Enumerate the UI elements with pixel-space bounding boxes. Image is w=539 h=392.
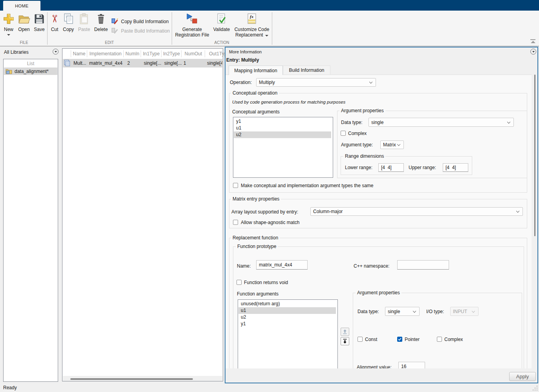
matrix-entry-properties-label: Matrix entry properties bbox=[231, 196, 281, 202]
move-down-button[interactable] bbox=[341, 337, 349, 345]
cell-numout: 1 bbox=[183, 59, 195, 67]
column-header-implementation[interactable]: Implementation bbox=[87, 49, 124, 58]
argument-type-dropdown[interactable]: Matrix bbox=[380, 140, 404, 149]
list-item[interactable]: y1 bbox=[234, 118, 331, 125]
column-header-in2type[interactable]: In2Type bbox=[161, 49, 182, 58]
namespace-field[interactable] bbox=[397, 260, 449, 270]
conceptual-complex-label: Complex bbox=[348, 131, 367, 136]
paste-button[interactable]: Paste bbox=[77, 13, 91, 41]
alignment-value-field[interactable]: 16 bbox=[398, 362, 425, 368]
new-icon bbox=[3, 13, 15, 25]
left-panel-collapse-icon[interactable] bbox=[53, 49, 59, 55]
cut-icon: ✂ bbox=[48, 15, 61, 23]
chevron-down-icon bbox=[516, 210, 519, 213]
tab-home[interactable]: HOME bbox=[3, 1, 40, 11]
table-row[interactable]: Mult... matrix_mul_4x4 2 single[... sing… bbox=[63, 59, 222, 67]
tab-build-information[interactable]: Build Information bbox=[283, 66, 330, 75]
generate-registration-file-icon bbox=[186, 13, 198, 25]
save-button[interactable]: Save bbox=[32, 13, 46, 41]
function-arguments-listbox[interactable]: unused(return arg) u1 u2 y1 bbox=[238, 299, 338, 368]
generate-registration-file-label2: Registration File bbox=[175, 32, 209, 38]
list-item-selected[interactable]: u1 bbox=[238, 307, 336, 314]
new-button-label: New bbox=[4, 27, 13, 32]
validate-button[interactable]: Validate bbox=[211, 13, 232, 41]
panel-vscrollbar[interactable] bbox=[532, 75, 537, 368]
open-button[interactable]: Open bbox=[17, 13, 31, 41]
apply-button[interactable]: Apply bbox=[509, 372, 536, 381]
replacement-data-type-dropdown[interactable]: single bbox=[385, 307, 420, 316]
conceptual-complex-checkbox[interactable] bbox=[341, 131, 346, 136]
chevron-down-icon bbox=[413, 309, 416, 312]
cell-in2type: single[... bbox=[164, 59, 182, 67]
library-listbox[interactable]: List data_alignment* bbox=[3, 59, 58, 382]
conceptual-arguments-listbox[interactable]: y1 u1 u2 bbox=[233, 117, 333, 178]
operation-dropdown[interactable]: Multiply bbox=[256, 78, 376, 87]
paste-build-information-button[interactable]: Paste Build Information bbox=[111, 27, 170, 35]
move-up-button[interactable] bbox=[341, 328, 349, 336]
lower-range-field[interactable]: [4 4] bbox=[378, 163, 404, 172]
pointer-checkbox[interactable] bbox=[397, 337, 402, 342]
copy-button[interactable]: Copy bbox=[61, 13, 75, 41]
shape-agnostic-label: Allow shape-agnostic match bbox=[241, 220, 299, 225]
left-panel-header: All Libraries bbox=[0, 47, 61, 57]
column-header-numout[interactable]: NumOut bbox=[182, 49, 205, 58]
copy-build-information-button[interactable]: Copy Build Information bbox=[111, 18, 169, 25]
column-header-out1type[interactable]: Out1Type bbox=[205, 49, 226, 58]
list-item-selected[interactable]: u2 bbox=[234, 131, 331, 138]
table-hscrollbar[interactable] bbox=[63, 376, 222, 381]
apply-bar: Apply bbox=[226, 368, 537, 383]
array-layout-dropdown[interactable]: Column-major bbox=[310, 207, 523, 216]
title-tab-bar: HOME bbox=[0, 0, 539, 11]
column-header-name[interactable]: Name bbox=[71, 49, 87, 58]
range-dimensions-label: Range dimensions bbox=[343, 153, 385, 159]
chevron-down-icon bbox=[507, 120, 510, 123]
table-hscrollbar-thumb[interactable] bbox=[70, 378, 193, 380]
library-folder-icon bbox=[6, 68, 12, 74]
paste-build-information-label: Paste Build Information bbox=[121, 28, 170, 34]
cell-out1type: single[4 bbox=[207, 59, 222, 67]
tab-mapping-information[interactable]: Mapping Information bbox=[229, 66, 283, 75]
minimize-ribbon-icon[interactable] bbox=[530, 39, 536, 44]
checkmark-icon bbox=[398, 337, 402, 341]
replacement-complex-checkbox[interactable] bbox=[437, 337, 442, 342]
more-info-title: More Information bbox=[229, 49, 262, 54]
list-item[interactable]: u2 bbox=[238, 314, 336, 321]
make-same-types-checkbox[interactable] bbox=[233, 183, 238, 188]
list-item[interactable]: y1 bbox=[238, 321, 336, 327]
chevron-down-icon bbox=[397, 143, 400, 146]
argument-type-label: Argument type: bbox=[341, 142, 373, 148]
conceptual-data-type-dropdown[interactable]: single bbox=[368, 118, 514, 127]
function-name-field[interactable]: matrix_mul_4x4 bbox=[256, 260, 308, 270]
list-item[interactable]: u1 bbox=[234, 125, 331, 131]
delete-button[interactable]: Delete bbox=[93, 13, 109, 41]
replacement-argument-properties-group bbox=[353, 293, 522, 368]
cut-button[interactable]: ✂ Cut bbox=[49, 13, 60, 41]
customize-dropdown-caret-icon bbox=[265, 35, 268, 36]
array-layout-label: Array layout supported by entry: bbox=[231, 209, 298, 215]
function-arguments-label: Function arguments bbox=[237, 291, 279, 297]
column-header-in1type[interactable]: In1Type bbox=[141, 49, 161, 58]
conceptual-arguments-label: Conceptual arguments bbox=[232, 109, 280, 115]
column-header-numin[interactable]: NumIn bbox=[124, 49, 141, 58]
generate-registration-file-button[interactable]: Generate Registration File bbox=[177, 13, 207, 41]
customize-code-replacement-button[interactable]: fx Customize Code Replacement bbox=[234, 13, 270, 41]
library-item[interactable]: data_alignment* bbox=[4, 67, 57, 75]
cell-in1type: single[... bbox=[144, 59, 162, 67]
entries-table[interactable]: Name Implementation NumIn In1Type In2Typ… bbox=[62, 48, 223, 381]
const-checkbox[interactable] bbox=[358, 337, 363, 342]
panel-vscrollbar-thumb[interactable] bbox=[534, 75, 535, 236]
resize-grip-icon[interactable] bbox=[533, 386, 538, 391]
function-returns-void-checkbox[interactable] bbox=[236, 280, 242, 285]
library-item-label: data_alignment* bbox=[15, 69, 49, 74]
operation-label: Operation: bbox=[230, 80, 252, 85]
chevron-down-icon bbox=[369, 80, 372, 84]
copy-icon bbox=[62, 13, 74, 25]
io-type-dropdown: INPUT bbox=[450, 307, 478, 316]
copy-build-information-label: Copy Build Information bbox=[121, 19, 169, 24]
generate-registration-file-label1: Generate bbox=[182, 27, 202, 32]
shape-agnostic-checkbox[interactable] bbox=[233, 220, 238, 225]
list-item[interactable]: unused(return arg) bbox=[238, 301, 336, 307]
more-info-collapse-icon[interactable] bbox=[530, 49, 536, 55]
new-button[interactable]: New bbox=[2, 13, 16, 41]
upper-range-field[interactable]: [4 4] bbox=[443, 163, 468, 172]
